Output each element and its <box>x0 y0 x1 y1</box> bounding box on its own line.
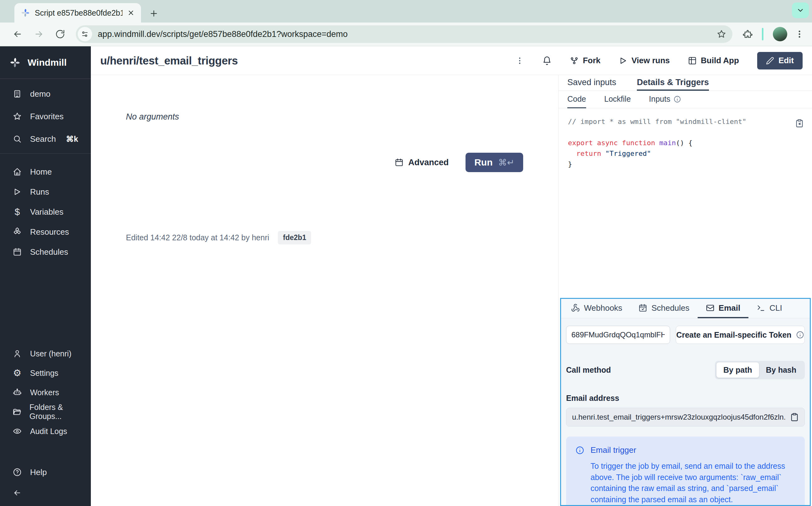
sidebar-item-workspace[interactable]: demo <box>0 83 91 105</box>
play-icon <box>619 56 627 65</box>
view-runs-label: View runs <box>631 56 670 65</box>
sidebar-item-home[interactable]: Home <box>0 162 91 182</box>
tab-webhooks[interactable]: Webhooks <box>563 299 630 318</box>
info-box-title: Email trigger <box>591 445 636 455</box>
tab-cli[interactable]: CLI <box>748 299 790 318</box>
advanced-button[interactable]: Advanced <box>395 158 449 167</box>
build-app-button[interactable]: Build App <box>688 56 739 65</box>
sidebar-item-folders-groups[interactable]: Folders & Groups... <box>0 402 91 422</box>
script-run-area: No arguments Advanced Run ⌘↵ <box>91 75 558 506</box>
run-button[interactable]: Run ⌘↵ <box>466 153 523 172</box>
url-bar[interactable]: app.windmill.dev/scripts/get/e857be88e0f… <box>76 25 732 43</box>
sidebar-item-favorites[interactable]: Favorites <box>0 105 91 128</box>
sidebar-bottom-group: User (henri) ⚙ Settings Workers Fold <box>0 344 91 441</box>
user-icon <box>12 349 22 358</box>
browser-toolbar: app.windmill.dev/scripts/get/e857be88e0f… <box>0 22 812 46</box>
run-shortcut: ⌘↵ <box>498 157 515 168</box>
grid-icon <box>688 56 697 65</box>
content: u/henri/test_email_triggers Fork <box>91 46 812 506</box>
tab-close-icon[interactable] <box>127 9 135 17</box>
robot-icon <box>12 388 22 397</box>
new-tab-icon[interactable] <box>149 9 158 18</box>
app: Windmill demo Favorites <box>0 46 812 506</box>
brand[interactable]: Windmill <box>0 46 91 79</box>
home-icon <box>12 167 22 176</box>
page-title: u/henri/test_email_triggers <box>100 55 238 67</box>
info-box-body: To trigger the job by email, send an ema… <box>591 460 794 505</box>
details-tabs: Saved inputs Details & Triggers <box>558 75 812 91</box>
browser-menu-icon[interactable] <box>795 29 804 39</box>
copy-code-icon[interactable] <box>795 119 804 128</box>
calendar-icon <box>638 304 647 312</box>
bookmark-star-icon[interactable] <box>717 29 726 39</box>
tab-title: Script e857be88e0fde2b1 | W <box>35 8 123 17</box>
run-label: Run <box>474 157 492 168</box>
site-settings-icon[interactable] <box>78 27 92 41</box>
more-menu-icon[interactable] <box>515 56 524 65</box>
sidebar-item-settings[interactable]: ⚙ Settings <box>0 363 91 383</box>
create-email-token-button[interactable]: Create an Email-specific Token <box>676 326 805 344</box>
subtab-inputs[interactable]: Inputs <box>649 91 681 108</box>
sidebar-item-user[interactable]: User (henri) <box>0 344 91 363</box>
search-icon <box>12 135 22 143</box>
sidebar-collapse[interactable] <box>0 484 91 502</box>
folder-icon <box>12 407 21 416</box>
extensions-icon[interactable] <box>742 29 752 39</box>
sidebar-item-help[interactable]: Help <box>0 461 91 484</box>
bell-icon[interactable] <box>542 56 552 65</box>
sidebar-item-label: Help <box>30 468 47 477</box>
token-row: Create an Email-specific Token <box>566 326 805 344</box>
subtab-lockfile[interactable]: Lockfile <box>604 91 631 108</box>
screen: Script e857be88e0fde2b1 | W ap <box>0 0 812 506</box>
email-token-input[interactable] <box>566 326 670 344</box>
sidebar-item-audit-logs[interactable]: Audit Logs <box>0 422 91 441</box>
boxes-icon <box>12 228 22 236</box>
sidebar-item-label: Workers <box>30 388 59 397</box>
subtab-code[interactable]: Code <box>567 91 586 108</box>
email-address-field[interactable]: u.henri.test_email_triggers+mrsw23zlouxg… <box>566 408 805 426</box>
tab-schedules[interactable]: Schedules <box>630 299 697 318</box>
tab-email[interactable]: Email <box>698 299 748 318</box>
header-actions: Fork View runs Build App <box>515 52 803 70</box>
sidebar-item-schedules[interactable]: Schedules <box>0 242 91 262</box>
sidebar-item-label: demo <box>30 89 51 99</box>
sidebar-item-resources[interactable]: Resources <box>0 222 91 242</box>
sidebar-item-label: Home <box>30 167 52 177</box>
sidebar-workspace-group: demo Favorites Search ⌘k <box>0 83 91 150</box>
mail-icon <box>706 304 715 312</box>
by-path-option[interactable]: By path <box>717 362 759 378</box>
help-icon <box>12 468 22 477</box>
browser-tab-strip: Script e857be88e0fde2b1 | W <box>0 0 812 22</box>
tab-search-button[interactable] <box>792 2 809 18</box>
sidebar-item-workers[interactable]: Workers <box>0 383 91 402</box>
edit-button[interactable]: Edit <box>757 52 803 70</box>
url-text: app.windmill.dev/scripts/get/e857be88e0f… <box>98 29 717 39</box>
brand-name: Windmill <box>27 57 67 68</box>
by-hash-option[interactable]: By hash <box>759 362 803 378</box>
call-method-toggle: By path By hash <box>715 361 805 379</box>
view-runs-button[interactable]: View runs <box>619 56 670 65</box>
clipboard-icon[interactable] <box>790 413 799 422</box>
forward-icon[interactable] <box>34 29 44 39</box>
tab-saved-inputs[interactable]: Saved inputs <box>567 75 616 91</box>
back-icon[interactable] <box>12 29 22 39</box>
toolbar-divider <box>762 28 763 40</box>
code-subtabs: Code Lockfile Inputs <box>558 91 812 108</box>
build-app-label: Build App <box>701 56 739 65</box>
sidebar-item-runs[interactable]: Runs <box>0 182 91 202</box>
calendar-icon <box>12 248 22 256</box>
triggers-panel: Webhooks Schedules <box>560 298 811 506</box>
avatar[interactable] <box>773 27 787 41</box>
webhook-icon <box>571 304 580 312</box>
sidebar-divider <box>0 153 91 154</box>
details-panel: Saved inputs Details & Triggers Code Loc… <box>558 75 812 506</box>
tab-details-triggers[interactable]: Details & Triggers <box>637 75 709 91</box>
sidebar-item-search[interactable]: Search ⌘k <box>0 128 91 150</box>
sidebar-item-variables[interactable]: $ Variables <box>0 202 91 222</box>
browser-tab[interactable]: Script e857be88e0fde2b1 | W <box>14 3 141 22</box>
tab-schedules-label: Schedules <box>651 303 689 313</box>
refresh-icon[interactable] <box>55 29 65 39</box>
edited-text: Edited 14:42 22/8 today at 14:42 by henr… <box>126 233 269 242</box>
version-hash-badge[interactable]: fde2b1 <box>278 231 311 244</box>
fork-button[interactable]: Fork <box>570 56 600 65</box>
